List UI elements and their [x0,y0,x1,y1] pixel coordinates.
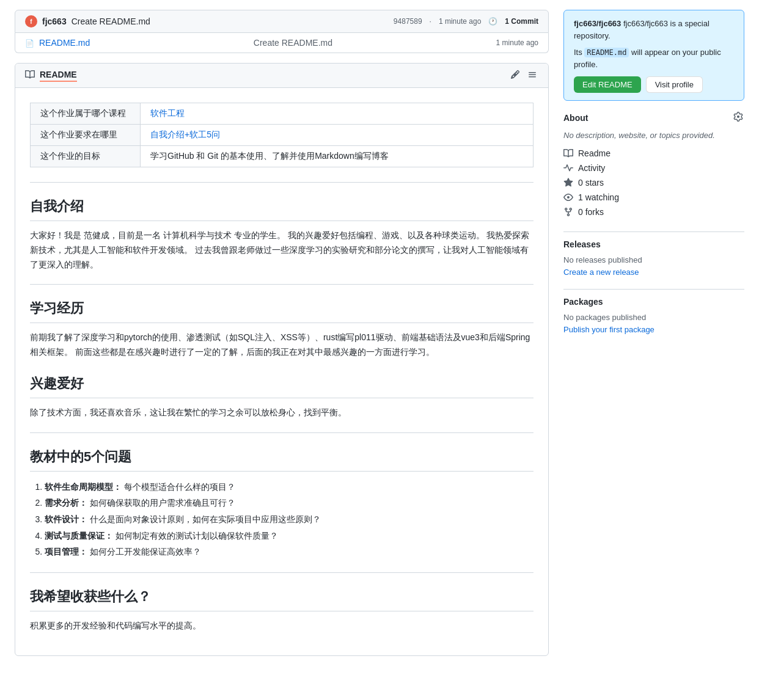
star-icon [563,178,573,188]
clock-icon [488,17,497,26]
file-row-left: README.md [25,38,90,48]
no-packages-text: No packages published [563,313,744,322]
file-time: 1 minute ago [496,38,538,47]
readme-content: 这个作业属于哪个课程 软件工程 这个作业要求在哪里 自我介绍+软工5问 这个作业… [15,88,548,655]
readme-table: 这个作业属于哪个课程 软件工程 这个作业要求在哪里 自我介绍+软工5问 这个作业… [30,103,534,167]
table-row: 这个作业要求在哪里 自我介绍+软工5问 [31,125,534,146]
table-cell-value3: 学习GitHub 和 Git 的基本使用、了解并使用Markdown编写博客 [141,146,534,167]
list-item: 项目管理： 如何分工开发能保证高效率？ [45,544,534,560]
about-activity-link: Activity [563,161,744,175]
commit-time: 1 minute ago [439,17,481,26]
avatar: f [25,15,37,27]
file-commit-msg: Create README.md [254,38,332,48]
readme-md-code: README.md [584,48,629,57]
para-study: 前期我了解了深度学习和pytorch的使用、渗透测试（如SQL注入、XSS等）、… [30,330,534,360]
about-section: About No description, website, or topics… [563,111,744,219]
heading-study: 学习经历 [30,299,534,323]
readme-title: README [40,70,77,82]
para-hope: 积累更多的开发经验和代码编写水平的提高。 [30,619,534,633]
readme-link[interactable]: Readme [578,148,610,158]
list-item: 软件设计： 什么是面向对象设计原则，如何在实际项目中应用这些原则？ [45,511,534,528]
activity-link[interactable]: Activity [578,163,605,173]
commit-bar: f fjc663 Create README.md 9487589 · 1 mi… [15,10,549,33]
table-cell-value1: 软件工程 [141,103,534,125]
about-stars-row: 0 stars [563,175,744,190]
special-box-line1: fjc663/fjc663 fjc663/fjc663 is a special… [574,18,734,42]
fork-icon [563,207,573,217]
packages-section: Packages No packages published Publish y… [563,297,744,334]
watching-count: 1 watching [578,192,619,202]
file-row: README.md Create README.md 1 minute ago [15,33,549,53]
heading-questions: 教材中的5个问题 [30,448,534,472]
commit-time-separator: · [430,17,431,26]
no-releases-text: No releases published [563,255,744,264]
readme-list-button[interactable] [526,68,538,82]
sidebar-divider2 [563,289,744,290]
questions-list: 软件生命周期模型： 每个模型适合什么样的项目？ 需求分析： 如何确保获取的用户需… [30,479,534,560]
special-repo-box: fjc663/fjc663 fjc663/fjc663 is a special… [563,10,744,101]
about-watching-row: 1 watching [563,190,744,205]
divider4 [30,572,534,573]
divider3 [30,432,534,433]
releases-section: Releases No releases published Create a … [563,239,744,277]
file-icon [25,38,34,48]
visit-profile-button[interactable]: Visit profile [646,76,703,93]
para-self-intro: 大家好！我是 范健成，目前是一名 计算机科学与技术 专业的学生。 我的兴趣爱好包… [30,228,534,272]
readme-box: README 这个作业属于哪个课程 软件工程 [15,63,549,656]
eye-icon [563,192,573,202]
list-item: 需求分析： 如何确保获取的用户需求准确且可行？ [45,495,534,511]
releases-heading: Releases [563,239,744,249]
table-cell-label3: 这个作业的目标 [31,146,141,167]
book-icon [25,70,35,81]
commit-message: Create README.md [72,16,150,26]
table-cell-label1: 这个作业属于哪个课程 [31,103,141,125]
special-box-buttons: Edit README Visit profile [574,76,734,93]
packages-heading: Packages [563,297,744,307]
about-forks-row: 0 forks [563,205,744,219]
book-icon [563,148,573,158]
edit-readme-pencil-button[interactable] [509,68,521,82]
about-links: Readme Activity 0 stars [563,146,744,219]
publish-package-link[interactable]: Publish your first package [563,325,654,334]
commit-bar-left: f fjc663 Create README.md [25,15,150,27]
readme-header-left: README [25,70,77,82]
list-item: 测试与质量保证： 如何制定有效的测试计划以确保软件质量？ [45,528,534,544]
special-box-line2: Its README.md will appear on your public… [574,46,734,70]
about-readme-link: Readme [563,146,744,161]
forks-count: 0 forks [578,207,604,217]
table-row: 这个作业的目标 学习GitHub 和 Git 的基本使用、了解并使用Markdo… [31,146,534,167]
list-item: 软件生命周期模型： 每个模型适合什么样的项目？ [45,479,534,495]
commit-hash: 9487589 [394,17,422,26]
table-row: 这个作业属于哪个课程 软件工程 [31,103,534,125]
readme-header: README [15,64,548,88]
stars-count: 0 stars [578,178,604,188]
create-release-link[interactable]: Create a new release [563,268,639,277]
edit-readme-button[interactable]: Edit README [574,76,641,93]
about-no-description: No description, website, or topics provi… [563,131,744,140]
commit-bar-right: 9487589 · 1 minute ago 1 Commit [394,17,538,26]
about-gear-button[interactable] [732,111,744,125]
heading-hope: 我希望收获些什么？ [30,588,534,611]
readme-header-right [509,68,538,82]
sidebar: fjc663/fjc663 fjc663/fjc663 is a special… [563,10,744,656]
commit-count-link[interactable]: 1 Commit [505,17,538,26]
file-name-link[interactable]: README.md [39,38,90,48]
table-cell-value2: 自我介绍+软工5问 [141,125,534,146]
heading-hobby: 兴趣爱好 [30,374,534,398]
activity-icon [563,163,573,173]
sidebar-divider1 [563,232,744,232]
table-cell-label2: 这个作业要求在哪里 [31,125,141,146]
software-engineering-link[interactable]: 软件工程 [150,108,185,118]
about-heading: About [563,111,744,125]
divider2 [30,284,534,285]
self-intro-link[interactable]: 自我介绍+软工5问 [150,129,220,139]
divider1 [30,182,534,183]
commit-user[interactable]: fjc663 [42,16,67,26]
para-hobby: 除了技术方面，我还喜欢音乐，这让我在繁忙的学习之余可以放松身心，找到平衡。 [30,406,534,420]
heading-self-intro: 自我介绍 [30,197,534,221]
